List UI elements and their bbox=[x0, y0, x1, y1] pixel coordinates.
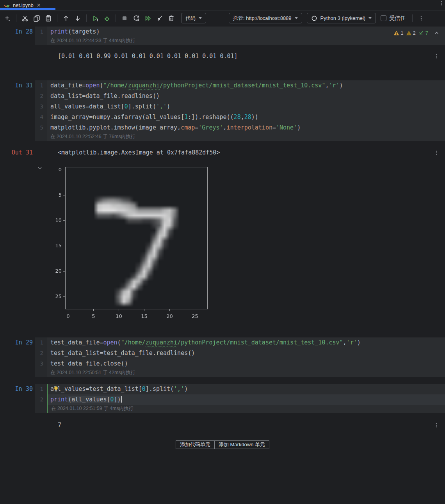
warning-icon bbox=[393, 30, 399, 36]
code-token: data_list=data_file.readlines() bbox=[50, 92, 160, 99]
trusted-checkbox[interactable] bbox=[381, 15, 386, 21]
code-line[interactable]: test_data_file.close() bbox=[47, 358, 445, 369]
run-cell-button[interactable] bbox=[90, 13, 100, 23]
code-token: all_values=data_list[ bbox=[50, 103, 125, 110]
cut-cell-button[interactable] bbox=[20, 13, 30, 23]
code-token: ) bbox=[340, 82, 343, 89]
copy-cell-button[interactable] bbox=[32, 13, 42, 23]
run-all-cells-button[interactable] bbox=[143, 13, 153, 23]
mnist-digit-plot bbox=[51, 163, 219, 323]
toolbar-overflow-kebab-icon[interactable] bbox=[416, 13, 426, 23]
warning-badge-weak[interactable]: 2 bbox=[406, 30, 416, 36]
cell-code-editor[interactable]: data_file=open("/home/zuquanzhi/pythonPr… bbox=[47, 80, 445, 141]
code-line[interactable]: matplotlib.pyplot.imshow(image_array,cma… bbox=[47, 122, 445, 133]
warning-badge-strong[interactable]: 1 bbox=[393, 30, 403, 36]
active-tab-indicator bbox=[0, 8, 55, 10]
window-menu-kebab-icon[interactable] bbox=[439, 0, 444, 6]
code-line[interactable]: all_values=data_list[0].split(',') bbox=[47, 101, 445, 112]
execution-timestamp: 在 2024.01.10 22:51:59 于 4ms内执行 bbox=[48, 405, 445, 413]
code-line[interactable]: data_file=open("/home/zuquanzhi/pythonPr… bbox=[47, 80, 445, 91]
passed-badge[interactable]: 7 bbox=[418, 30, 428, 36]
code-line[interactable]: test_data_list=test_data_file.readlines(… bbox=[47, 348, 445, 358]
execution-timestamp: 在 2024.01.10 22:52:46 于 76ms内执行 bbox=[47, 133, 445, 141]
code-cell-in31[interactable]: In 31 12345 data_file=open("/home/zuquan… bbox=[0, 80, 445, 141]
line-number: 4 bbox=[35, 112, 43, 122]
code-token: ) bbox=[184, 385, 188, 392]
toolbar-separator bbox=[86, 14, 87, 22]
code-token: /pythonProject/mnist_dataset/mnist_test_… bbox=[177, 339, 343, 346]
code-cell-in30-active[interactable]: In 30 12 all_values=test_data_list[0].sp… bbox=[0, 384, 445, 413]
code-token: ( bbox=[68, 396, 71, 403]
code-token: image_array=numpy.asfarray(all_values[ bbox=[50, 114, 184, 121]
output-options-kebab-icon[interactable] bbox=[433, 149, 440, 157]
code-token: ) bbox=[357, 339, 361, 346]
output-options-kebab-icon[interactable] bbox=[433, 52, 440, 60]
code-token: 1 bbox=[184, 114, 188, 121]
code-token: 'None' bbox=[276, 124, 297, 131]
collapse-badges-chevron-up-icon[interactable] bbox=[434, 30, 440, 36]
cell-code-editor[interactable]: print(targets) 在 2024.01.10 22:44:33 于 4… bbox=[47, 27, 445, 45]
line-number: 1 bbox=[35, 337, 43, 348]
jupyter-notebook-icon bbox=[4, 2, 10, 8]
debug-cell-button[interactable] bbox=[102, 13, 112, 23]
code-token: ]) bbox=[114, 396, 121, 403]
output-text: [0.01 0.01 0.99 0.01 0.01 0.01 0.01 0.01… bbox=[47, 51, 445, 61]
code-token: ].split( bbox=[128, 103, 156, 110]
code-token: = bbox=[195, 124, 198, 131]
cell-type-dropdown[interactable]: 代码 bbox=[181, 13, 206, 23]
collapse-output-chevron-down-icon[interactable] bbox=[37, 165, 43, 171]
out-label: Out 31 bbox=[12, 149, 33, 156]
code-line[interactable]: all_values=test_data_list[0].split(',') bbox=[48, 384, 445, 394]
cell-output-in30: 7 bbox=[0, 420, 445, 430]
add-cell-button[interactable] bbox=[2, 13, 12, 23]
code-token: all_values[ bbox=[71, 396, 110, 403]
close-icon[interactable]: ✕ bbox=[37, 2, 41, 8]
paste-cell-button[interactable] bbox=[43, 13, 53, 23]
code-cell-in28[interactable]: In 28 1 print(targets) 在 2024.01.10 22:4… bbox=[0, 27, 445, 45]
code-line[interactable]: test_data_file=open("/home/zuquanzhi/pyt… bbox=[47, 337, 445, 348]
intention-lightbulb-icon[interactable] bbox=[53, 386, 59, 392]
line-number: 1 bbox=[35, 27, 43, 37]
toolbar-separator bbox=[57, 14, 57, 22]
execution-timestamp: 在 2024.01.10 22:50:51 于 42ms内执行 bbox=[47, 369, 445, 377]
code-line[interactable]: print(all_values[0]) bbox=[48, 394, 445, 405]
cell-code-editor[interactable]: all_values=test_data_list[0].split(',')p… bbox=[47, 384, 445, 413]
chevron-down-icon bbox=[295, 17, 298, 19]
kernel-dropdown[interactable]: Python 3 (ipykernel) bbox=[307, 13, 376, 23]
code-token: ',' bbox=[174, 385, 184, 392]
line-number: 3 bbox=[35, 358, 43, 369]
kernel-status-icon bbox=[311, 15, 317, 21]
code-token: "/home/ bbox=[121, 339, 146, 346]
output-text: <matplotlib.image.AxesImage at 0x7fafa88… bbox=[47, 147, 445, 158]
code-line[interactable]: image_array=numpy.asfarray(all_values[1:… bbox=[47, 112, 445, 122]
code-token: zuquanzhi bbox=[146, 339, 177, 346]
move-cell-up-button[interactable] bbox=[61, 13, 71, 23]
code-line[interactable]: data_list=data_file.readlines() bbox=[47, 91, 445, 101]
code-token: , bbox=[223, 124, 227, 131]
output-options-kebab-icon[interactable] bbox=[433, 421, 440, 429]
code-cell-in29[interactable]: In 29 123 test_data_file=open("/home/zuq… bbox=[0, 337, 445, 377]
line-number: 2 bbox=[35, 394, 43, 405]
line-numbers: 123 bbox=[35, 337, 47, 377]
tab-title: net.ipynb bbox=[13, 2, 34, 8]
line-number: 2 bbox=[35, 348, 43, 358]
stop-button[interactable] bbox=[119, 13, 130, 23]
clear-outputs-button[interactable] bbox=[155, 13, 165, 23]
server-host-dropdown[interactable]: 托管: http://localhost:8889 bbox=[229, 13, 302, 23]
delete-cell-button[interactable] bbox=[166, 13, 176, 23]
code-line[interactable]: print(targets) bbox=[47, 27, 445, 37]
move-cell-down-button[interactable] bbox=[73, 13, 83, 23]
code-token: zuquanzhi bbox=[128, 82, 160, 89]
trusted-label: 受信任 bbox=[389, 15, 406, 22]
add-code-cell-button[interactable]: 添加代码单元 bbox=[176, 440, 215, 449]
cell-code-editor[interactable]: test_data_file=open("/home/zuquanzhi/pyt… bbox=[47, 337, 445, 377]
trusted-checkbox-group[interactable]: 受信任 bbox=[381, 15, 406, 22]
output-text: 7 bbox=[47, 420, 445, 430]
code-token: /pythonProject/mnist_dataset/mnist_test_… bbox=[160, 82, 325, 89]
line-numbers: 1 bbox=[35, 27, 47, 45]
add-markdown-cell-button[interactable]: 添加 Markdown 单元 bbox=[214, 440, 269, 449]
code-token: , bbox=[343, 339, 347, 346]
code-token: "/home/ bbox=[103, 82, 128, 89]
code-token: ',' bbox=[156, 103, 167, 110]
restart-kernel-button[interactable] bbox=[131, 13, 141, 23]
